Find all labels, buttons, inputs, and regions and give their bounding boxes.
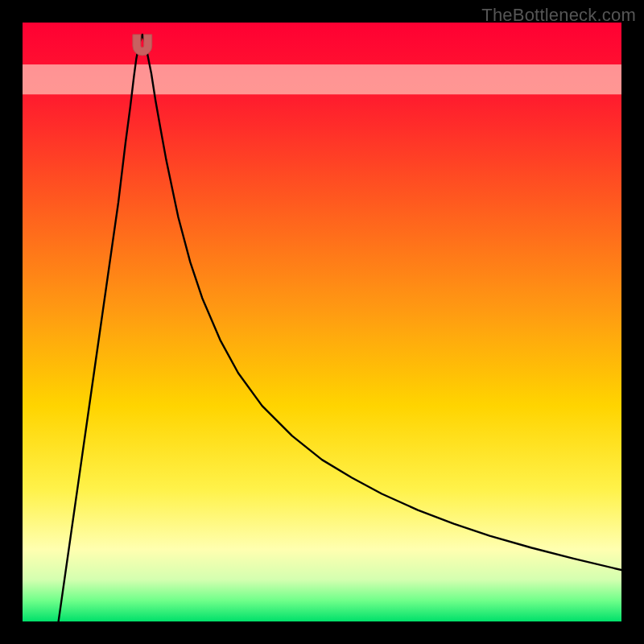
chart-frame: TheBottleneck.com <box>0 0 644 644</box>
chart-svg <box>23 23 621 621</box>
watermark-text: TheBottleneck.com <box>481 5 636 26</box>
gradient-background <box>23 23 621 621</box>
chart-plot-area <box>23 23 621 621</box>
white-band <box>23 64 621 94</box>
